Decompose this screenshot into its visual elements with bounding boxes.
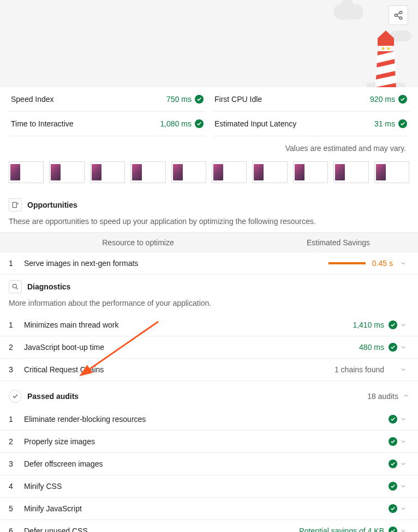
report-header xyxy=(0,0,418,87)
passed-audit-row[interactable]: 1Eliminate render-blocking resources xyxy=(0,408,418,431)
diagnostic-row[interactable]: 1 Minimizes main thread work 1,410 ms xyxy=(0,314,418,336)
svg-rect-11 xyxy=(13,202,16,207)
filmstrip-thumb[interactable] xyxy=(333,161,368,183)
col-savings: Estimated Savings xyxy=(267,238,409,247)
pass-icon xyxy=(389,321,397,329)
share-icon xyxy=(393,10,403,20)
filmstrip-thumb[interactable] xyxy=(374,161,409,183)
pass-icon xyxy=(195,119,204,128)
diagnostics-header: Diagnostics xyxy=(0,275,418,297)
chevron-down-icon[interactable] xyxy=(397,260,409,267)
pass-icon xyxy=(389,482,397,491)
passed-audit-row[interactable]: 5Minify JavaScript xyxy=(0,498,418,520)
filmstrip-thumb[interactable] xyxy=(49,161,84,183)
chevron-down-icon[interactable] xyxy=(397,505,409,512)
svg-rect-6 xyxy=(378,38,394,46)
chevron-down-icon[interactable] xyxy=(397,344,409,350)
filmstrip-thumb[interactable] xyxy=(130,161,165,183)
filmstrip-thumb[interactable] xyxy=(212,161,247,183)
row-label: JavaScript boot-up time xyxy=(24,343,359,352)
chevron-up-icon[interactable] xyxy=(403,392,409,401)
savings-bar xyxy=(329,262,366,264)
chevron-down-icon[interactable] xyxy=(397,416,409,422)
pass-icon xyxy=(389,437,397,446)
chevron-down-icon[interactable] xyxy=(397,461,409,467)
row-index: 3 xyxy=(9,460,24,468)
passed-audit-row[interactable]: 2Properly size images xyxy=(0,431,418,453)
passed-audit-row[interactable]: 6Defer unused CSSPotential savings of 4 … xyxy=(0,520,418,532)
chevron-down-icon[interactable] xyxy=(397,483,409,489)
metric-input-latency: Estimated Input Latency 31 ms xyxy=(212,112,409,136)
metric-speed-index: Speed Index 750 ms xyxy=(9,87,206,112)
row-index: 5 xyxy=(9,504,24,513)
filmstrip-thumb[interactable] xyxy=(171,161,206,183)
row-index: 4 xyxy=(9,482,24,491)
pass-icon xyxy=(398,95,407,104)
metric-value: 920 ms xyxy=(370,95,395,104)
filmstrip-thumb[interactable] xyxy=(9,161,44,183)
pass-icon xyxy=(389,415,397,424)
lighthouse-logo xyxy=(367,23,405,87)
opportunity-row[interactable]: 1 Serve images in next-gen formats 0.45 … xyxy=(0,252,418,275)
passed-audits-header[interactable]: Passed audits 18 audits xyxy=(0,381,418,408)
row-index: 1 xyxy=(9,415,24,424)
svg-point-2 xyxy=(399,17,402,20)
row-value: 1 chains found xyxy=(335,365,389,374)
row-label: Minify JavaScript xyxy=(24,504,389,513)
filmstrip-thumb[interactable] xyxy=(90,161,125,183)
row-value: Potential savings of 4 KB xyxy=(299,527,389,532)
pass-icon xyxy=(389,504,397,513)
row-label: Properly size images xyxy=(24,437,389,446)
section-title: Opportunities xyxy=(27,201,77,209)
chevron-down-icon[interactable] xyxy=(397,528,409,532)
metrics-grid: Speed Index 750 ms Time to Interactive 1… xyxy=(0,87,418,136)
row-label: Defer unused CSS xyxy=(24,527,299,532)
passed-count: 18 audits xyxy=(367,392,403,401)
pass-icon xyxy=(389,527,397,532)
row-value: 480 ms xyxy=(359,343,389,352)
passed-audit-row[interactable]: 4Minify CSS xyxy=(0,475,418,498)
metric-label: First CPU Idle xyxy=(214,95,262,104)
estimated-note: Values are estimated and may vary. xyxy=(0,136,418,157)
section-title: Passed audits xyxy=(27,392,367,401)
pass-icon xyxy=(398,119,407,128)
chevron-down-icon[interactable] xyxy=(397,438,409,445)
passed-audit-row[interactable]: 3Defer offscreen images xyxy=(0,453,418,475)
diagnostics-icon xyxy=(9,280,22,293)
opportunities-header: Opportunities xyxy=(0,193,418,215)
share-button[interactable] xyxy=(389,5,408,25)
metric-value: 750 ms xyxy=(166,95,192,104)
svg-marker-7 xyxy=(378,31,394,38)
diagnostic-row[interactable]: 2 JavaScript boot-up time 480 ms xyxy=(0,336,418,359)
chevron-down-icon[interactable] xyxy=(397,322,409,328)
diagnostic-row[interactable]: 3 Critical Request Chains 1 chains found xyxy=(0,359,418,381)
svg-rect-8 xyxy=(380,46,392,51)
col-resource: Resource to optimize xyxy=(9,238,267,247)
row-value: 1,410 ms xyxy=(353,321,389,329)
opportunities-desc: These are opportunities to speed up your… xyxy=(0,215,418,232)
svg-line-3 xyxy=(397,13,399,15)
row-index: 2 xyxy=(9,343,24,352)
svg-line-15 xyxy=(16,288,18,289)
metric-label: Speed Index xyxy=(11,95,54,104)
metric-value: 31 ms xyxy=(374,119,395,128)
filmstrip-thumb[interactable] xyxy=(252,161,287,183)
svg-point-9 xyxy=(382,47,385,50)
metric-label: Estimated Input Latency xyxy=(214,119,296,128)
svg-point-1 xyxy=(395,14,397,17)
metric-tti: Time to Interactive 1,080 ms xyxy=(9,112,206,136)
metric-value: 1,080 ms xyxy=(160,119,192,128)
svg-line-4 xyxy=(397,16,399,17)
check-icon xyxy=(9,390,22,403)
row-index: 6 xyxy=(9,527,24,532)
filmstrip-thumb[interactable] xyxy=(293,161,328,183)
opportunities-columns: Resource to optimize Estimated Savings xyxy=(0,232,418,252)
pass-icon xyxy=(389,460,397,468)
row-index: 3 xyxy=(9,365,24,374)
row-value: 0.45 s xyxy=(372,259,397,268)
row-index: 1 xyxy=(9,321,24,329)
svg-point-10 xyxy=(387,47,390,50)
row-label: Minimizes main thread work xyxy=(24,321,353,329)
chevron-down-icon[interactable] xyxy=(397,366,409,373)
row-label: Serve images in next-gen formats xyxy=(24,259,329,268)
